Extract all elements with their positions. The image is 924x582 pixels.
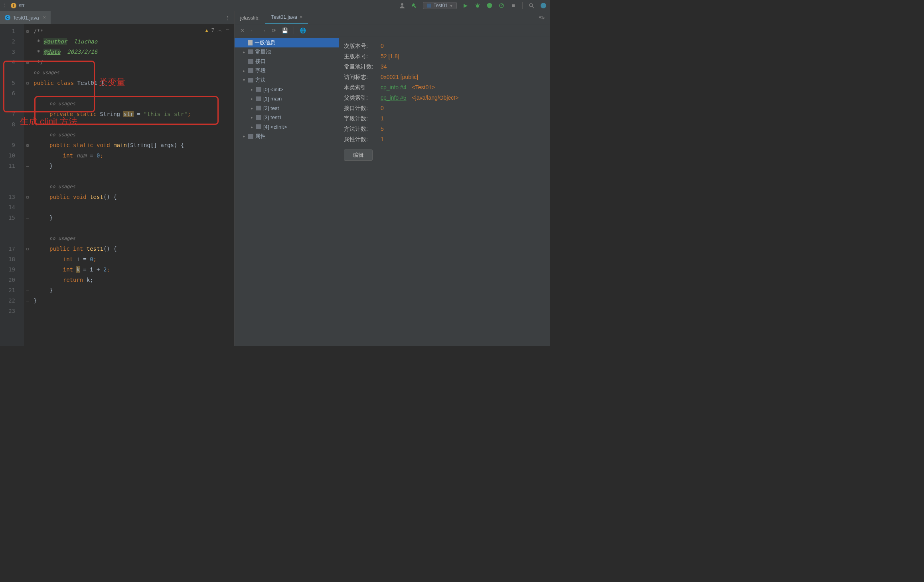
folder-icon [256,115,261,120]
top-toolbar: 〉 f str Test01 ▾ ▶ ■ [0,0,550,11]
bytecode-tree[interactable]: 一般信息 ▸常量池 接口 ▸字段 ▾方法 ▸[0] <init> ▸[1] ma… [235,37,339,346]
folder-icon [256,87,261,92]
page-icon [248,40,253,45]
close-icon[interactable]: × [41,15,46,20]
breadcrumb-item[interactable]: str [19,2,24,8]
hammer-icon[interactable] [411,2,417,9]
debug-icon[interactable] [474,2,481,9]
breadcrumb-sep: 〉 [3,2,8,9]
code-editor[interactable]: 1 2 3 4 5 6 7 8 9 10 11 13 14 15 17 18 [0,24,234,346]
tree-node-method-1[interactable]: ▸[1] main [235,94,339,104]
tree-node-method-0[interactable]: ▸[0] <init> [235,85,339,94]
class-icon: C [5,15,10,20]
svg-point-6 [529,4,533,7]
folder-icon [248,49,253,54]
inspection-bar[interactable]: ▲ 7 ︿ ﹀ [205,27,230,33]
jclass-toolbar: ✕ ← → ⟳ 💾 🌐 [235,24,550,37]
tree-node-general[interactable]: 一般信息 [235,38,339,47]
tree-node-method-4[interactable]: ▸[4] <clinit> [235,122,339,132]
refresh-icon[interactable]: ⟳ [272,28,276,33]
coverage-icon[interactable] [486,2,493,9]
save-icon[interactable]: 💾 [282,28,288,33]
jclass-tab-name: Test01.java [271,14,297,20]
class-info: 次版本号:0 主版本号:52 [1.8] 常量池计数:34 访问标志:0x002… [339,37,550,346]
next-warn-icon[interactable]: ﹀ [225,27,230,33]
tree-node-interfaces[interactable]: 接口 [235,57,339,66]
usage-hint: no usages [31,181,234,192]
prev-warn-icon[interactable]: ︿ [217,27,222,33]
svg-line-7 [532,6,534,8]
run-icon[interactable]: ▶ [462,2,469,9]
code-area[interactable]: /** * @author liuchao * @date 2023/2/16 … [31,24,234,346]
close-icon[interactable]: × [297,14,303,20]
back-icon[interactable]: ← [250,28,255,33]
svg-line-3 [476,4,476,5]
fold-column: ⊟⊟ ⊟ ⊟– ⊟– ⊟ –– [24,24,31,346]
folder-icon [256,106,261,110]
tree-node-attrs[interactable]: ▸属性 [235,132,339,141]
editor-tabs: C Test01.java × ⋮ [0,11,234,24]
svg-point-0 [401,3,403,6]
search-icon[interactable] [528,2,535,9]
folder-icon [248,134,253,139]
field-icon: f [11,3,16,8]
tree-node-method-2[interactable]: ▸[2] test [235,104,339,113]
tree-node-methods[interactable]: ▾方法 [235,75,339,85]
jclass-tab[interactable]: Test01.java × [265,11,308,24]
usage-hint: no usages [31,130,234,140]
svg-point-1 [476,4,479,8]
folder-icon [248,68,253,73]
jclass-tabs: jclasslib: Test01.java × [235,11,550,24]
tab-filename: Test01.java [13,15,39,21]
folder-icon [256,96,261,101]
tab-menu-icon[interactable]: ⋮ [221,11,234,24]
stop-icon[interactable]: ■ [510,2,517,9]
warning-count: 7 [211,28,214,33]
user-icon[interactable] [399,2,405,9]
svg-line-4 [479,4,480,5]
folder-icon [256,124,261,129]
gutter: 1 2 3 4 5 6 7 8 9 10 11 13 14 15 17 18 [0,24,24,346]
usage-hint: no usages [31,67,234,78]
avatar-icon[interactable] [540,2,547,9]
usage-hint: no usages [31,233,234,244]
close-icon[interactable]: ✕ [240,28,245,33]
tree-node-cpool[interactable]: ▸常量池 [235,47,339,57]
cp-link[interactable]: cp_info #4 [381,84,407,91]
tree-node-method-3[interactable]: ▸[3] test1 [235,113,339,122]
java-icon [427,4,431,8]
run-config-selector[interactable]: Test01 ▾ [423,2,457,9]
cp-link[interactable]: cp_info #5 [381,94,407,102]
tree-node-fields[interactable]: ▸字段 [235,66,339,76]
editor-tab-test01[interactable]: C Test01.java × [0,11,51,24]
folder-icon [248,78,253,83]
separator [522,2,523,9]
svg-point-8 [541,3,546,8]
profile-icon[interactable] [498,2,505,9]
jclass-label: jclasslib: [235,11,265,24]
editor-panel: C Test01.java × ⋮ 1 2 3 4 5 6 7 8 9 10 1… [0,11,235,346]
edit-button[interactable]: 编辑 [344,149,373,161]
folder-icon [248,59,253,64]
gear-icon[interactable] [534,11,550,24]
usage-hint: no usages [31,98,234,109]
chevron-down-icon: ▾ [450,3,452,8]
separator [294,27,294,34]
forward-icon[interactable]: → [261,28,266,33]
jclasslib-panel: jclasslib: Test01.java × ✕ ← → ⟳ 💾 🌐 一般信… [235,11,550,346]
run-config-name: Test01 [434,3,448,8]
globe-icon[interactable]: 🌐 [300,28,306,33]
warning-icon: ▲ [205,28,208,33]
